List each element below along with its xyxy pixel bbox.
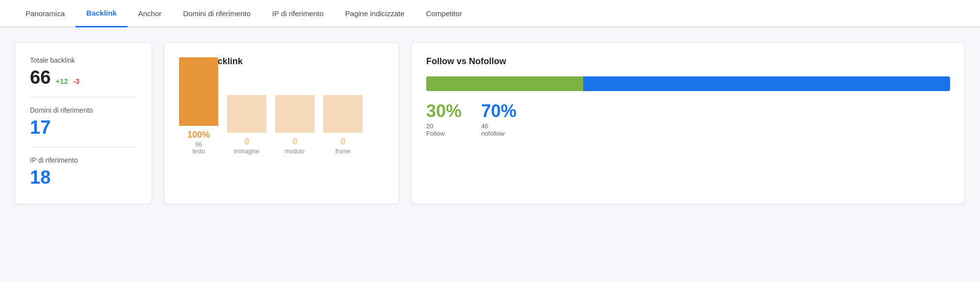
bar-rect-frame <box>323 95 362 133</box>
ip-value: 18 <box>30 167 51 188</box>
nofollow-pct: 70% <box>481 101 516 121</box>
bar-pct-modulo: 0 <box>292 137 297 147</box>
card-tipi: Tipi di backlink 100%66testo0immagine0mo… <box>164 42 399 204</box>
tab-pagine[interactable]: Pagine indicizzate <box>335 0 415 26</box>
totale-value-row: 66 +12 -3 <box>30 67 137 88</box>
content-area: Totale backlink 66 +12 -3 Domini di rife… <box>0 27 980 282</box>
bar-rect-testo <box>179 57 218 126</box>
bar-col-frame: 0frame <box>323 95 362 155</box>
bar-count-testo: 66 <box>195 141 202 148</box>
bar-type-frame: frame <box>335 148 351 155</box>
bar-type-testo: testo <box>192 148 205 155</box>
bar-rect-immagine <box>227 95 266 133</box>
tab-anchor[interactable]: Anchor <box>128 0 173 26</box>
ip-value-row: 18 <box>30 167 137 188</box>
cards-row: Totale backlink 66 +12 -3 Domini di rife… <box>15 42 965 204</box>
follow-stats-row: 30% 20 Follow 70% 46 nofollow <box>426 101 950 137</box>
bar-col-modulo: 0modulo <box>275 95 314 155</box>
bar-pct-frame: 0 <box>340 137 345 147</box>
divider-1 <box>30 97 137 97</box>
follow-bar-green <box>426 76 583 91</box>
tabs-bar: Panoramica Backlink Anchor Domini di rif… <box>0 0 980 27</box>
totale-label: Totale backlink <box>30 56 137 64</box>
nofollow-count: 46 <box>481 122 516 130</box>
bar-pct-immagine: 0 <box>244 137 249 147</box>
follow-title: Follow vs Nofollow <box>426 56 950 67</box>
domini-value-row: 17 <box>30 117 137 138</box>
bar-chart: 100%66testo0immagine0modulo0frame <box>179 76 384 155</box>
card-follow: Follow vs Nofollow 30% 20 Follow 70% 46 … <box>411 42 965 204</box>
follow-block: 30% 20 Follow <box>426 101 462 137</box>
bar-rect-modulo <box>275 95 314 133</box>
tab-panoramica[interactable]: Panoramica <box>15 0 76 26</box>
totale-value: 66 <box>30 67 51 88</box>
follow-name: Follow <box>426 130 462 137</box>
domini-value: 17 <box>30 117 51 138</box>
tab-domini[interactable]: Domini di riferimento <box>172 0 261 26</box>
totale-minus: -3 <box>73 77 79 85</box>
ip-label: IP di riferimento <box>30 156 137 164</box>
bar-type-immagine: immagine <box>234 148 259 155</box>
bar-col-testo: 100%66testo <box>179 57 218 155</box>
totale-plus: +12 <box>55 77 68 85</box>
domini-label: Domini di riferimento <box>30 106 137 114</box>
bar-pct-testo: 100% <box>187 130 210 140</box>
card-totale: Totale backlink 66 +12 -3 Domini di rife… <box>15 42 152 204</box>
divider-2 <box>30 147 137 147</box>
follow-bar-blue <box>583 76 950 91</box>
tab-competitor[interactable]: Competitor <box>415 0 473 26</box>
follow-bar-container <box>426 76 950 91</box>
follow-count: 20 <box>426 122 462 130</box>
bar-type-modulo: modulo <box>285 148 304 155</box>
nofollow-name: nofollow <box>481 130 516 137</box>
follow-pct: 30% <box>426 101 462 121</box>
tab-backlink[interactable]: Backlink <box>76 0 128 27</box>
tab-ip[interactable]: IP di riferimento <box>261 0 335 26</box>
nofollow-block: 70% 46 nofollow <box>481 101 516 137</box>
bar-col-immagine: 0immagine <box>227 95 266 155</box>
